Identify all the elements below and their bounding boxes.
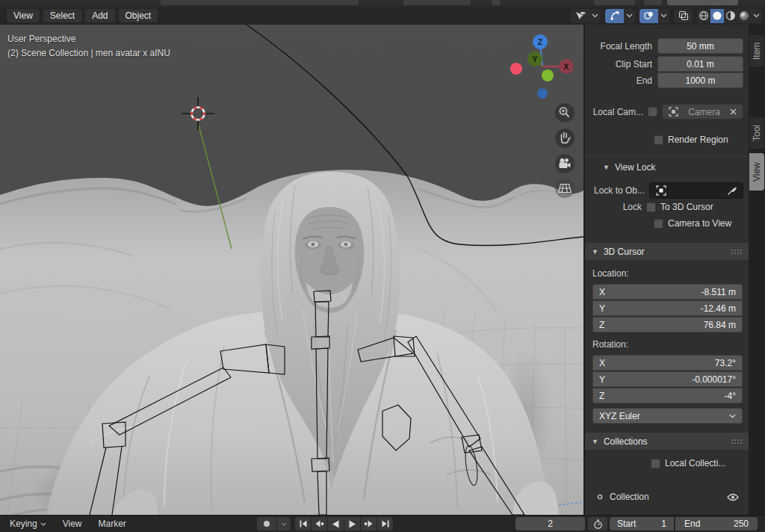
render-region-checkbox[interactable] xyxy=(654,135,663,145)
tab-item[interactable]: Item xyxy=(749,35,764,66)
topbar-widget-fragment xyxy=(594,0,635,5)
viewport-3d[interactable]: Z Y X xyxy=(0,25,583,515)
shading-rendered-button[interactable] xyxy=(737,9,751,23)
axis-value: -0.000017° xyxy=(692,374,736,385)
gizmo-axis-y-neg[interactable] xyxy=(542,69,554,81)
play-button[interactable] xyxy=(344,517,360,531)
timeline-menu-view[interactable]: View xyxy=(58,517,87,531)
lock-to-3d-cursor-checkbox[interactable] xyxy=(646,202,656,212)
collections-panel-title: Collections xyxy=(604,436,648,447)
pan-hand-button[interactable] xyxy=(555,129,574,148)
local-collections-row: Local Collecti... xyxy=(585,458,749,468)
clear-x-icon[interactable] xyxy=(730,108,737,115)
blender-window: View Select Add Object xyxy=(0,0,765,532)
camera-object-field[interactable]: Camera xyxy=(662,104,743,120)
axis-label: Z xyxy=(599,320,604,330)
tab-tool[interactable]: Tool xyxy=(749,117,764,149)
viewport-scene-label: (2) Scene Collection | men avatar x aINU xyxy=(7,48,170,58)
object-visibility-icon[interactable] xyxy=(571,9,589,23)
focal-length-field[interactable]: 50 mm xyxy=(657,38,743,54)
panel-grip-icon[interactable] xyxy=(731,439,743,445)
eyedropper-icon[interactable] xyxy=(727,186,737,196)
shading-solid-button[interactable] xyxy=(710,9,724,23)
auto-keying-record-button[interactable] xyxy=(257,517,276,531)
playback-controls xyxy=(295,517,393,531)
gizmo-axis-z-neg[interactable] xyxy=(537,88,548,99)
rotation-y-field[interactable]: Y -0.000017° xyxy=(592,371,743,387)
focal-length-row: Focal Length 50 mm xyxy=(585,38,749,54)
show-overlays-toggle[interactable] xyxy=(639,9,658,23)
gizmo-axis-x-neg[interactable] xyxy=(510,63,522,75)
location-z-field[interactable]: Z 76.84 m xyxy=(592,317,743,332)
shading-dropdown-chevron[interactable] xyxy=(751,9,762,23)
rotation-x-field[interactable]: X 73.2° xyxy=(592,355,743,371)
local-camera-label: Local Cam... xyxy=(592,107,643,117)
frame-start-field[interactable]: Start 1 xyxy=(610,517,674,531)
next-keyframe-button[interactable] xyxy=(361,517,377,531)
collection-row[interactable]: Collection xyxy=(585,488,749,506)
cursor-panel-header[interactable]: ▼ 3D Cursor xyxy=(585,243,749,260)
prev-keyframe-button[interactable] xyxy=(312,517,327,531)
axis-value: 76.84 m xyxy=(704,320,736,330)
lock-to-object-label: Lock to Ob... xyxy=(592,185,645,196)
sidebar-n-panel: Focal Length 50 mm Clip Start 0.01 m End… xyxy=(584,25,749,515)
start-label: Start xyxy=(617,519,636,529)
local-camera-checkbox[interactable] xyxy=(648,107,657,117)
shading-material-button[interactable] xyxy=(724,9,737,23)
current-frame-value: 2 xyxy=(548,519,553,529)
viewport-perspective-label: User Perspective xyxy=(7,34,75,44)
location-x-field[interactable]: X -8.511 m xyxy=(592,284,743,300)
axis-label: X xyxy=(599,287,605,297)
disclosure-triangle-icon: ▼ xyxy=(603,164,610,171)
location-y-field[interactable]: Y -12.46 m xyxy=(592,300,743,316)
menu-object[interactable]: Object xyxy=(119,9,158,22)
zoom-button[interactable] xyxy=(555,103,574,123)
viewport-header: View Select Add Object xyxy=(0,7,765,25)
current-frame-field[interactable]: 2 xyxy=(515,517,585,531)
ortho-grid-button[interactable] xyxy=(555,179,574,198)
panel-grip-icon[interactable] xyxy=(731,249,743,255)
clip-end-row: End 1000 m xyxy=(585,72,749,88)
topbar-widget-fragment xyxy=(492,0,501,5)
chevron-down-icon[interactable] xyxy=(658,9,669,23)
view-lock-title: View Lock xyxy=(615,162,655,173)
tab-view[interactable]: View xyxy=(749,153,764,191)
location-fields: X -8.511 m Y -12.46 m Z 76.84 m xyxy=(585,284,749,332)
visibility-eye-icon[interactable] xyxy=(727,493,739,501)
rotation-z-field[interactable]: Z -4° xyxy=(592,388,743,403)
disclosure-triangle-icon: ▼ xyxy=(592,248,598,256)
chevron-down-icon xyxy=(729,414,736,418)
cursor-panel-title: 3D Cursor xyxy=(604,247,645,257)
clip-end-field[interactable]: 1000 m xyxy=(657,72,743,88)
chevron-down-icon[interactable] xyxy=(624,9,635,23)
rotation-fields: X 73.2° Y -0.000017° Z -4° xyxy=(585,355,749,403)
rotation-mode-dropdown[interactable]: XYZ Euler xyxy=(592,408,743,424)
use-preview-range-button[interactable] xyxy=(588,517,607,531)
jump-to-start-button[interactable] xyxy=(295,517,311,531)
sidebar-tab-strip: Item Tool View xyxy=(749,25,765,515)
lock-label: Lock xyxy=(585,202,642,212)
menu-add[interactable]: Add xyxy=(85,9,114,22)
axis-label: Y xyxy=(599,303,605,314)
jump-to-end-button[interactable] xyxy=(377,517,393,531)
frame-end-field[interactable]: End 250 xyxy=(675,517,758,531)
local-collections-checkbox[interactable] xyxy=(651,459,660,468)
collections-panel-header[interactable]: ▼ Collections xyxy=(585,433,749,450)
menu-view[interactable]: View xyxy=(7,9,40,22)
lock-to-object-field[interactable] xyxy=(649,182,743,199)
timeline-menu-keying[interactable]: Keying xyxy=(4,517,52,531)
chevron-down-icon[interactable] xyxy=(589,9,601,23)
play-reverse-button[interactable] xyxy=(328,517,344,531)
axis-value: -12.46 m xyxy=(701,303,736,314)
toggle-xray-button[interactable] xyxy=(674,9,693,23)
clip-start-field[interactable]: 0.01 m xyxy=(657,56,743,72)
camera-to-view-checkbox[interactable] xyxy=(654,219,663,229)
shading-wireframe-button[interactable] xyxy=(697,9,710,23)
view-lock-header[interactable]: ▼ View Lock xyxy=(585,156,749,174)
disclosure-triangle-icon: ▼ xyxy=(592,438,598,445)
menu-select[interactable]: Select xyxy=(43,9,81,22)
camera-view-button[interactable] xyxy=(555,154,574,173)
show-gizmos-toggle[interactable] xyxy=(605,9,624,23)
timeline-menu-marker[interactable]: Marker xyxy=(93,517,131,531)
keying-set-chevron[interactable] xyxy=(277,517,291,531)
